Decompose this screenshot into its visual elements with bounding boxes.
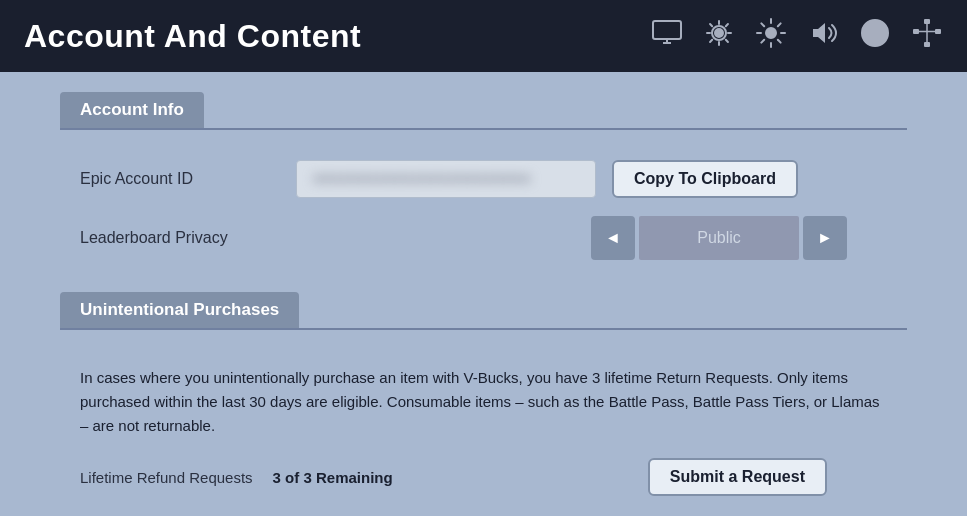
svg-point-5	[766, 28, 776, 38]
svg-line-12	[761, 39, 764, 42]
purchases-divider	[60, 328, 907, 330]
epic-account-id-row: Epic Account ID ●●●●●●●●●●●●●●●●●●●●●●●●…	[60, 150, 907, 208]
leaderboard-privacy-label: Leaderboard Privacy	[80, 229, 280, 247]
epic-account-id-label: Epic Account ID	[80, 170, 280, 188]
svg-rect-0	[653, 21, 681, 39]
svg-rect-24	[924, 42, 930, 47]
main-content: Account Info Epic Account ID ●●●●●●●●●●●…	[0, 72, 967, 516]
copy-to-clipboard-button[interactable]: Copy To Clipboard	[612, 160, 798, 198]
purchases-description: In cases where you unintentionally purch…	[60, 350, 907, 450]
monitor-icon[interactable]	[651, 17, 683, 56]
svg-line-13	[778, 23, 781, 26]
svg-rect-22	[913, 29, 919, 34]
refund-row: Lifetime Refund Requests 3 of 3 Remainin…	[60, 450, 907, 504]
brightness-icon[interactable]	[755, 17, 787, 56]
account-info-header: Account Info	[60, 92, 204, 128]
svg-line-10	[761, 23, 764, 26]
sound-icon[interactable]	[807, 17, 839, 56]
network-icon[interactable]	[911, 17, 943, 56]
svg-point-3	[715, 29, 723, 37]
refund-count: 3 of 3 Remaining	[273, 469, 393, 486]
unintentional-purchases-section: Unintentional Purchases In cases where y…	[60, 292, 907, 504]
refund-label: Lifetime Refund Requests	[80, 469, 253, 486]
svg-rect-23	[935, 29, 941, 34]
svg-line-11	[778, 39, 781, 42]
privacy-controls: ◄ Public ►	[591, 216, 847, 260]
gear-icon[interactable]	[703, 17, 735, 56]
privacy-value-display: Public	[639, 216, 799, 260]
privacy-arrow-left-button[interactable]: ◄	[591, 216, 635, 260]
page-title: Account And Content	[24, 18, 361, 55]
unintentional-purchases-header: Unintentional Purchases	[60, 292, 299, 328]
account-info-section: Account Info Epic Account ID ●●●●●●●●●●●…	[60, 92, 907, 268]
submit-request-button[interactable]: Submit a Request	[648, 458, 827, 496]
accessibility-icon[interactable]	[859, 17, 891, 56]
account-info-divider	[60, 128, 907, 130]
arrow-right-icon: ►	[817, 229, 833, 247]
svg-rect-21	[924, 19, 930, 24]
svg-point-16	[873, 25, 877, 29]
leaderboard-privacy-row: Leaderboard Privacy ◄ Public ►	[60, 208, 907, 268]
svg-marker-14	[813, 23, 825, 43]
nav-icons	[651, 17, 943, 56]
arrow-left-icon: ◄	[605, 229, 621, 247]
privacy-arrow-right-button[interactable]: ►	[803, 216, 847, 260]
epic-account-id-value: ●●●●●●●●●●●●●●●●●●●●●●●●	[296, 160, 596, 198]
top-bar: Account And Content	[0, 0, 967, 72]
